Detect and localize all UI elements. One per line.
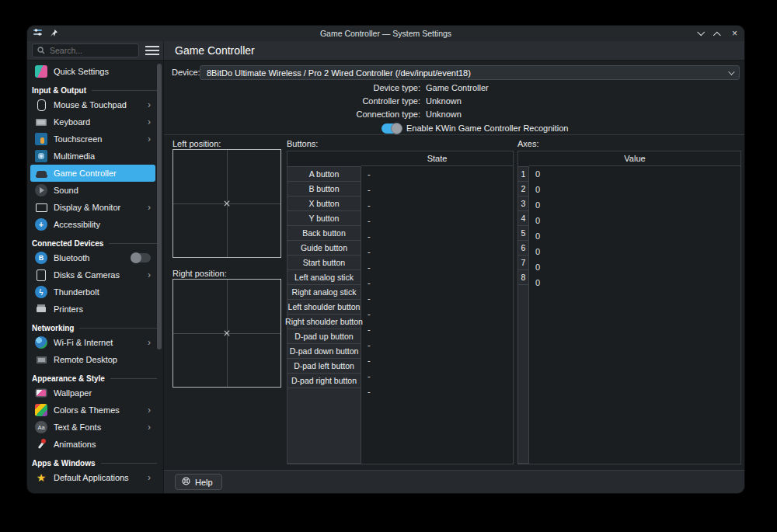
right-stick-position-marker <box>224 330 231 337</box>
close-icon[interactable]: × <box>732 29 737 38</box>
sidebar-item-game-controller[interactable]: Game Controller <box>30 165 155 182</box>
button-state-cell: - <box>361 197 513 213</box>
sound-icon <box>35 184 47 196</box>
sidebar-section-header: Connected Devices <box>32 233 157 249</box>
sidebar-item-bluetooth[interactable]: Bluetooth <box>30 249 155 266</box>
sidebar-item-disks[interactable]: Disks & Cameras› <box>30 266 155 283</box>
search-input[interactable] <box>32 43 139 57</box>
sidebar-item-multimedia[interactable]: Multimedia <box>30 148 155 165</box>
keyboard-icon <box>35 116 47 128</box>
pin-icon[interactable] <box>50 29 58 39</box>
sidebar-item-label: Wi-Fi & Internet <box>54 338 113 347</box>
sidebar-item-default-apps[interactable]: Default Applications› <box>30 469 155 486</box>
disks-icon <box>35 269 47 281</box>
minimize-icon[interactable] <box>697 28 705 36</box>
kwin-recognition-toggle[interactable] <box>382 123 402 134</box>
sidebar-item-colors[interactable]: Colors & Themes› <box>30 402 155 419</box>
button-name-cell: X button <box>287 196 361 211</box>
device-label: Device: <box>172 68 200 77</box>
sidebar-item-accessibility[interactable]: Accessibility <box>30 216 155 233</box>
remote-desktop-icon <box>35 353 47 366</box>
window-menu-icon[interactable] <box>33 29 43 38</box>
device-info: Device type:Game ControllerController ty… <box>164 83 744 123</box>
left-position-label: Left position: <box>172 139 221 148</box>
button-state-cell: - <box>361 182 513 197</box>
sidebar-item-label: Disks & Cameras <box>54 270 120 280</box>
sidebar-item-label: Multimedia <box>54 151 95 161</box>
sidebar-item-label: Default Applications <box>54 473 129 482</box>
kwin-recognition-label: Enable KWin Game Controller Recognition <box>406 123 569 133</box>
button-state-cell: - <box>361 228 513 244</box>
colors-icon <box>35 404 47 416</box>
axis-index-cell: 6 <box>517 240 529 256</box>
sidebar-item-animations[interactable]: Animations <box>30 436 155 453</box>
device-info-row: Connection type:Unknown <box>164 110 744 123</box>
sidebar-item-label: Mouse & Touchpad <box>54 100 127 110</box>
thunderbolt-icon <box>35 286 47 298</box>
titlebar: Game Controller — System Settings × <box>27 26 744 41</box>
axis-value-cell: 0 <box>529 166 740 182</box>
button-state-cell: - <box>361 322 513 337</box>
chevron-right-icon: › <box>148 473 151 482</box>
sidebar-section-header: Input & Output <box>32 80 157 96</box>
help-button[interactable]: Help <box>175 474 222 490</box>
sidebar-section-label: Connected Devices <box>32 239 103 248</box>
printers-icon <box>35 303 47 315</box>
axis-value-cell: 0 <box>529 259 740 275</box>
sidebar-item-thunderbolt[interactable]: Thunderbolt <box>30 283 155 301</box>
maximize-icon[interactable] <box>713 31 721 39</box>
button-state-cell: - <box>361 244 513 259</box>
chevron-right-icon: › <box>148 134 151 144</box>
axis-value-cell: 0 <box>529 228 740 244</box>
sidebar-section-label: Input & Output <box>32 86 86 95</box>
button-state-cell: - <box>361 290 513 306</box>
button-name-cell: Right shoulder button <box>287 314 361 329</box>
axis-value-cell: 0 <box>529 244 740 259</box>
axis-value-cell: 0 <box>529 213 740 228</box>
sidebar-item-wifi[interactable]: Wi-Fi & Internet› <box>30 334 155 351</box>
axis-index-cell: 1 <box>517 166 529 182</box>
axes-label: Axes: <box>517 139 539 148</box>
sidebar-scrollbar[interactable] <box>157 64 162 349</box>
search-field[interactable] <box>48 45 134 56</box>
multimedia-icon <box>35 150 47 162</box>
sidebar-item-label: Accessibility <box>54 220 100 229</box>
button-state-cell: - <box>361 213 513 228</box>
game-controller-icon <box>35 167 47 179</box>
sidebar-item-sound[interactable]: Sound <box>30 182 155 199</box>
sidebar-item-keyboard[interactable]: Keyboard› <box>30 113 155 130</box>
sidebar-item-quick-settings[interactable]: Quick Settings <box>30 63 155 80</box>
accessibility-icon <box>35 218 47 231</box>
device-combobox[interactable]: 8BitDo Ultimate Wireless / Pro 2 Wired C… <box>200 65 740 80</box>
button-name-cell: B button <box>287 181 361 196</box>
device-info-row: Controller type:Unknown <box>164 96 744 110</box>
button-state-cell: - <box>361 275 513 290</box>
axis-index-cell: 5 <box>517 225 529 241</box>
sidebar-item-wallpaper[interactable]: Wallpaper <box>30 384 155 402</box>
button-name-cell: Left analog stick <box>287 269 361 285</box>
touchscreen-icon <box>35 133 47 145</box>
animations-icon <box>35 438 47 450</box>
button-name-cell: Left shoulder button <box>287 299 361 315</box>
chevron-right-icon: › <box>148 203 151 212</box>
sidebar-item-fonts[interactable]: Text & Fonts› <box>30 419 155 436</box>
sidebar-item-label: Colors & Themes <box>54 405 120 415</box>
empty-cell <box>517 284 529 464</box>
sidebar-item-display[interactable]: Display & Monitor› <box>30 199 155 216</box>
chevron-right-icon: › <box>148 338 151 347</box>
hamburger-menu-icon[interactable] <box>145 46 159 55</box>
sidebar-item-label: Remote Desktop <box>54 355 117 364</box>
sidebar-section-label: Apps & Windows <box>32 459 96 468</box>
sidebar-item-remote-desktop[interactable]: Remote Desktop <box>30 351 155 368</box>
section-divider <box>110 378 157 379</box>
sidebar-item-mouse[interactable]: Mouse & Touchpad› <box>30 96 155 113</box>
chevron-right-icon: › <box>148 117 151 127</box>
sidebar-item-printers[interactable]: Printers <box>30 301 155 318</box>
sidebar-item-label: Printers <box>54 304 83 314</box>
bluetooth-toggle[interactable] <box>131 253 151 263</box>
system-settings-window: Game Controller — System Settings × Game… <box>27 26 744 493</box>
sidebar-item-touchscreen[interactable]: Touchscreen› <box>30 130 155 148</box>
button-name-cell: Y button <box>287 210 361 226</box>
sidebar-item-label: Animations <box>54 440 96 449</box>
device-info-value: Unknown <box>426 96 462 106</box>
